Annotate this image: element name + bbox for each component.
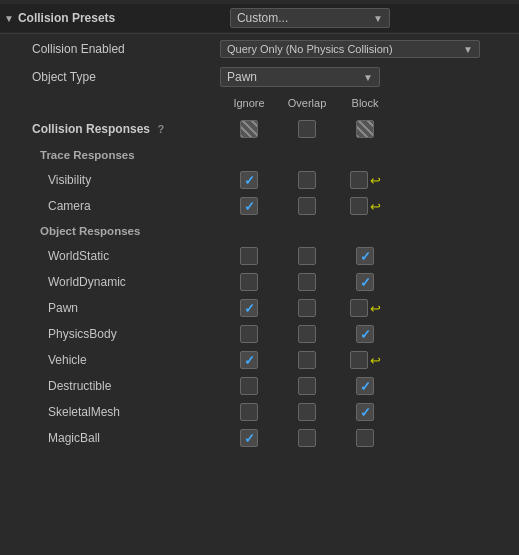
camera-block-checkbox[interactable] <box>350 197 368 215</box>
help-icon[interactable]: ? <box>157 123 164 135</box>
object-responses-section: Object Responses <box>0 219 519 243</box>
col-header-overlap: Overlap <box>278 97 336 109</box>
worldstatic-ignore-cell <box>220 247 278 265</box>
physicsbody-overlap-cell <box>278 325 336 343</box>
destructible-block-cell <box>336 377 394 395</box>
destructible-cells <box>220 377 274 395</box>
physicsbody-row: PhysicsBody <box>0 321 519 347</box>
visibility-ignore-checkbox[interactable] <box>240 171 258 189</box>
worlddynamic-ignore-checkbox[interactable] <box>240 273 258 291</box>
vehicle-block-cell: ↩ <box>336 351 394 369</box>
worldstatic-label: WorldStatic <box>0 249 220 263</box>
col-header-block: Block <box>336 97 394 109</box>
physicsbody-ignore-checkbox[interactable] <box>240 325 258 343</box>
physicsbody-overlap-checkbox[interactable] <box>298 325 316 343</box>
trace-visibility-row: Visibility ↩ <box>0 167 519 193</box>
destructible-block-checkbox[interactable] <box>356 377 374 395</box>
worldstatic-overlap-checkbox[interactable] <box>298 247 316 265</box>
visibility-overlap-checkbox[interactable] <box>298 171 316 189</box>
presets-dropdown-arrow-icon: ▼ <box>373 13 383 24</box>
physicsbody-block-checkbox[interactable] <box>356 325 374 343</box>
worldstatic-block-cell <box>336 247 394 265</box>
skeletalmesh-block-checkbox[interactable] <box>356 403 374 421</box>
collision-presets-label: Collision Presets <box>18 11 230 25</box>
collision-enabled-dropdown[interactable]: Query Only (No Physics Collision) ▼ <box>220 40 480 58</box>
object-responses-label: Object Responses <box>0 225 220 237</box>
trace-camera-cells: ↩ <box>220 197 287 215</box>
destructible-ignore-checkbox[interactable] <box>240 377 258 395</box>
pawn-overlap-checkbox[interactable] <box>298 299 316 317</box>
presets-dropdown[interactable]: Custom... ▼ <box>230 8 390 28</box>
magicball-ignore-checkbox[interactable] <box>240 429 258 447</box>
pawn-ignore-checkbox[interactable] <box>240 299 258 317</box>
magicball-overlap-cell <box>278 429 336 447</box>
pawn-overlap-cell <box>278 299 336 317</box>
vehicle-undo-icon[interactable]: ↩ <box>370 353 381 368</box>
skeletalmesh-block-cell <box>336 403 394 421</box>
pawn-ignore-cell <box>220 299 278 317</box>
visibility-undo-icon[interactable]: ↩ <box>370 173 381 188</box>
worlddynamic-block-checkbox[interactable] <box>356 273 374 291</box>
skeletalmesh-row: SkeletalMesh <box>0 399 519 425</box>
physicsbody-cells <box>220 325 274 343</box>
magicball-label: MagicBall <box>0 431 220 445</box>
camera-ignore-checkbox[interactable] <box>240 197 258 215</box>
physicsbody-block-cell <box>336 325 394 343</box>
vehicle-cells: ↩ <box>220 351 287 369</box>
worldstatic-overlap-cell <box>278 247 336 265</box>
object-type-dropdown[interactable]: Pawn ▼ <box>220 67 380 87</box>
worlddynamic-overlap-checkbox[interactable] <box>298 273 316 291</box>
pawn-block-cell: ↩ <box>336 299 394 317</box>
worlddynamic-overlap-cell <box>278 273 336 291</box>
collision-enabled-value-area: Query Only (No Physics Collision) ▼ <box>220 40 519 58</box>
pawn-row: Pawn ↩ <box>0 295 519 321</box>
vehicle-overlap-cell <box>278 351 336 369</box>
destructible-overlap-cell <box>278 377 336 395</box>
cr-ignore-cell <box>220 120 278 138</box>
destructible-overlap-checkbox[interactable] <box>298 377 316 395</box>
skeletalmesh-ignore-checkbox[interactable] <box>240 403 258 421</box>
physicsbody-label: PhysicsBody <box>0 327 220 341</box>
visibility-overlap-cell <box>278 171 336 189</box>
pawn-undo-icon[interactable]: ↩ <box>370 301 381 316</box>
collision-enabled-label: Collision Enabled <box>0 42 220 56</box>
worldstatic-ignore-checkbox[interactable] <box>240 247 258 265</box>
visibility-block-checkbox[interactable] <box>350 171 368 189</box>
camera-undo-icon[interactable]: ↩ <box>370 199 381 214</box>
vehicle-ignore-cell <box>220 351 278 369</box>
collision-responses-cells <box>220 120 274 138</box>
magicball-cells <box>220 429 274 447</box>
cr-block-cell <box>336 120 394 138</box>
object-type-row: Object Type Pawn ▼ <box>0 63 519 91</box>
column-headers-row: Ignore Overlap Block <box>0 91 519 115</box>
worldstatic-block-checkbox[interactable] <box>356 247 374 265</box>
collision-enabled-value: Query Only (No Physics Collision) <box>227 43 393 55</box>
col-header-ignore: Ignore <box>220 97 278 109</box>
visibility-block-cell: ↩ <box>336 171 394 189</box>
vehicle-overlap-checkbox[interactable] <box>298 351 316 369</box>
pawn-block-checkbox[interactable] <box>350 299 368 317</box>
cr-overlap-cell <box>278 120 336 138</box>
magicball-overlap-checkbox[interactable] <box>298 429 316 447</box>
pawn-cells: ↩ <box>220 299 287 317</box>
object-type-value-area: Pawn ▼ <box>220 67 519 87</box>
worldstatic-cells <box>220 247 274 265</box>
vehicle-ignore-checkbox[interactable] <box>240 351 258 369</box>
worlddynamic-ignore-cell <box>220 273 278 291</box>
trace-visibility-cells: ↩ <box>220 171 287 189</box>
magicball-block-checkbox[interactable] <box>356 429 374 447</box>
cr-block-checkbox[interactable] <box>356 120 374 138</box>
camera-block-cell: ↩ <box>336 197 394 215</box>
trace-visibility-label: Visibility <box>0 173 220 187</box>
vehicle-label: Vehicle <box>0 353 220 367</box>
collision-presets-row: ▼ Collision Presets Custom... ▼ <box>0 4 519 32</box>
collision-panel: ▼ Collision Presets Custom... ▼ Collisio… <box>0 0 519 455</box>
cr-overlap-checkbox[interactable] <box>298 120 316 138</box>
object-type-value: Pawn <box>227 70 257 84</box>
skeletalmesh-label: SkeletalMesh <box>0 405 220 419</box>
vehicle-block-checkbox[interactable] <box>350 351 368 369</box>
collapse-arrow-icon[interactable]: ▼ <box>4 13 14 24</box>
camera-overlap-checkbox[interactable] <box>298 197 316 215</box>
cr-ignore-checkbox[interactable] <box>240 120 258 138</box>
skeletalmesh-overlap-checkbox[interactable] <box>298 403 316 421</box>
